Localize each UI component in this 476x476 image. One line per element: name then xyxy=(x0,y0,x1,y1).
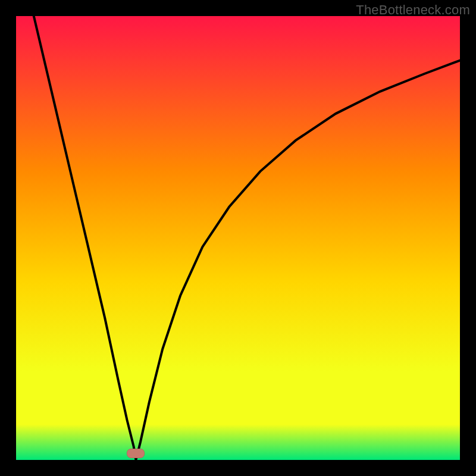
gradient-background xyxy=(16,16,460,460)
plot-area xyxy=(16,16,460,460)
minimum-marker xyxy=(127,449,145,458)
chart-frame: TheBottleneck.com xyxy=(0,0,476,476)
plot-svg xyxy=(16,16,460,460)
